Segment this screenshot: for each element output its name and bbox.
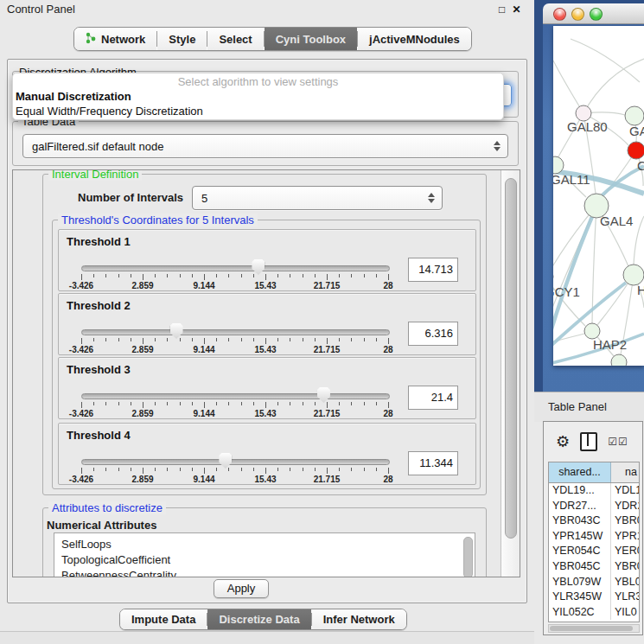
tab-network[interactable]: Network	[74, 28, 156, 50]
slider-thumb[interactable]	[219, 453, 232, 469]
cell-name: YPR1	[611, 529, 639, 545]
network-window-titlebar[interactable]	[543, 3, 644, 24]
network-node-node-bottom[interactable]	[611, 354, 627, 366]
column-header-name[interactable]: na	[611, 462, 639, 482]
slider-tick-label: 2.859	[122, 475, 163, 484]
network-node-node-top-right[interactable]	[625, 106, 644, 125]
table-row[interactable]: YER054CYER0	[549, 544, 639, 559]
close-light[interactable]	[553, 8, 566, 21]
slider-tick	[167, 402, 168, 405]
slider-tick	[155, 402, 156, 405]
threshold-label: Threshold 1	[67, 235, 131, 248]
threshold-box: Threshold 1-3.4262.8599.14415.4321.71528…	[58, 229, 476, 291]
panel-scrollbar-track[interactable]	[501, 170, 520, 577]
table-row[interactable]: YIL052CYIL0	[549, 605, 639, 621]
table-row[interactable]: YDL19...YDL1	[549, 483, 639, 499]
tab-jactivemnodules[interactable]: jActiveMNodules	[358, 28, 471, 50]
settings-scrollpanel: Interval Definition Number of Intervals …	[12, 169, 520, 577]
table-hscrollbar-thumb[interactable]	[550, 626, 633, 631]
slider-track[interactable]	[81, 459, 390, 465]
tab-discretize-data[interactable]: Discretize Data	[207, 609, 310, 629]
slider-thumb[interactable]	[317, 387, 330, 403]
slider-tick	[303, 402, 303, 405]
threshold-value-field[interactable]: 6.316	[408, 322, 458, 346]
slider-tick	[364, 468, 365, 471]
table-row[interactable]: YDR27...YDR2	[549, 499, 639, 514]
tab-style[interactable]: Style	[157, 28, 207, 50]
slider-tick-label: 15.43	[245, 345, 286, 354]
table-row[interactable]: YBR045CYBR0	[549, 559, 639, 575]
tab-select[interactable]: Select	[207, 28, 263, 50]
slider-tick	[228, 274, 229, 277]
slider-tick	[105, 402, 106, 405]
slider-thumb[interactable]	[252, 259, 265, 275]
slider-tick	[327, 468, 328, 474]
tab-infer-network[interactable]: Infer Network	[312, 609, 406, 629]
slider-track[interactable]	[81, 329, 390, 335]
tab-label: Network	[101, 33, 145, 46]
slider-tick	[376, 468, 377, 471]
threshold-value-field[interactable]: 21.4	[408, 386, 458, 410]
apply-button[interactable]: Apply	[214, 579, 269, 598]
slider-tick	[327, 274, 328, 280]
option-manual-discretization[interactable]: Manual Discretization	[13, 89, 503, 104]
slider-track[interactable]	[81, 393, 390, 399]
slider-tick	[290, 402, 290, 405]
slider-tick-label: 28	[367, 281, 409, 290]
column-header-shared-name[interactable]: shared...	[549, 462, 611, 482]
table-data-combobox[interactable]: galFiltered.sif default node	[22, 134, 508, 158]
threshold-value-field[interactable]: 11.344	[408, 451, 458, 475]
attribute-item[interactable]: BetweennessCentrality	[54, 568, 475, 577]
slider-tick	[105, 468, 106, 471]
algorithm-hint-option[interactable]: Select algorithm to view settings	[13, 74, 503, 89]
slider-thumb[interactable]	[170, 323, 183, 339]
table-row[interactable]: YPR145WYPR1	[549, 529, 639, 545]
slider-track[interactable]	[81, 265, 390, 271]
bottom-strip	[0, 631, 534, 644]
close-window-button[interactable]: ✕	[510, 3, 523, 16]
tab-impute-data[interactable]: Impute Data	[120, 609, 207, 629]
table-row[interactable]: YLR345WYLR3	[549, 590, 639, 605]
network-edge	[583, 59, 644, 113]
slider-tick	[376, 402, 377, 405]
table-panel: ⚙ ☑☑ shared... na YDL19...YDL1YDR27...YD…	[543, 421, 643, 635]
threshold-value-field[interactable]: 14.713	[408, 258, 458, 282]
slider-tick	[204, 338, 205, 344]
tab-cyni-toolbox[interactable]: Cyni Toolbox	[265, 28, 357, 50]
slider-tick	[388, 338, 389, 344]
slider-tick-label: 21.715	[306, 475, 348, 484]
slider-tick	[81, 402, 82, 408]
slider-tick	[303, 338, 303, 341]
slider-tick	[118, 468, 119, 471]
split-columns-icon[interactable]	[580, 432, 597, 451]
slider-tick	[155, 468, 156, 471]
table-header-row: shared... na	[549, 462, 639, 483]
attribute-item[interactable]: TopologicalCoefficient	[54, 552, 475, 568]
network-node-node-red[interactable]	[628, 142, 644, 159]
select-columns-icon[interactable]: ☑☑	[608, 436, 628, 448]
slider-tick	[241, 468, 242, 471]
slider-tick-label: 21.715	[306, 409, 348, 418]
slider-tick	[388, 402, 389, 408]
attribute-item[interactable]: SelfLoops	[54, 537, 475, 552]
network-canvas[interactable]: GAL80GACGAL11GAL4GCY1HHAP2	[553, 26, 644, 366]
slider-tick	[376, 274, 377, 277]
threshold-box: Threshold 3-3.4262.8599.14415.4321.71528…	[58, 357, 476, 419]
slider-tick	[93, 338, 94, 341]
slider-tick	[253, 468, 254, 471]
panel-scrollbar-thumb[interactable]	[505, 178, 517, 539]
slider-tick	[351, 338, 352, 341]
number-of-intervals-combobox[interactable]: 5	[192, 186, 443, 210]
option-equal-width-frequency[interactable]: Equal Width/Frequency Discretization	[13, 104, 503, 118]
table-row[interactable]: YBL079WYBL0	[549, 575, 639, 590]
minimize-light[interactable]	[571, 8, 584, 21]
float-window-button[interactable]: □	[495, 3, 508, 16]
list-scrollbar-thumb[interactable]	[463, 537, 473, 577]
slider-tick	[204, 274, 205, 280]
table-hscrollbar-track[interactable]	[548, 624, 640, 633]
zoom-light[interactable]	[590, 8, 603, 21]
gear-icon[interactable]: ⚙	[556, 434, 570, 450]
table-row[interactable]: YBR043CYBR0	[549, 513, 639, 529]
cell-name: YDL1	[611, 483, 639, 499]
slider-tick-label: 28	[367, 409, 409, 418]
